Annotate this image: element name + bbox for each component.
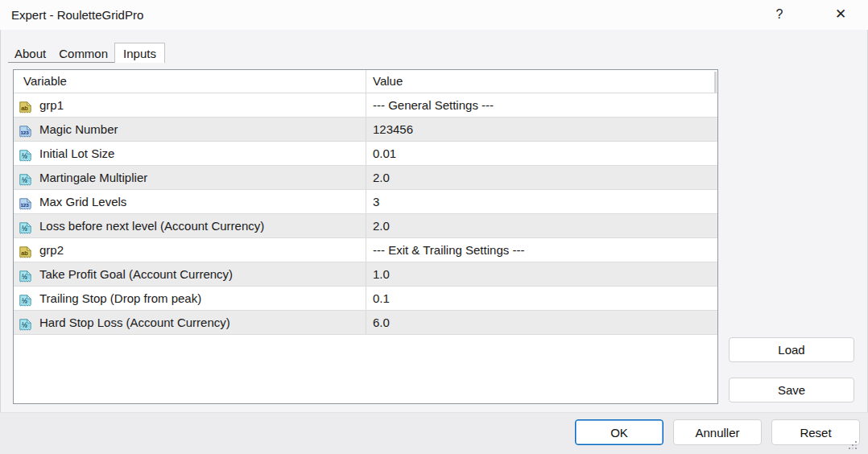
variable-cell: abgrp1 xyxy=(14,93,366,117)
save-button[interactable]: Save xyxy=(729,378,854,402)
variable-cell: ½Loss before next level (Account Currenc… xyxy=(14,214,366,237)
variable-value[interactable]: 1.0 xyxy=(366,262,717,286)
variable-value[interactable]: 0.1 xyxy=(366,287,717,310)
table-row[interactable]: 123Magic Number123456 xyxy=(14,118,717,142)
table-row[interactable]: abgrp1--- General Settings --- xyxy=(14,93,717,118)
table-scrollbar-thumb[interactable] xyxy=(714,72,717,93)
double-param-icon: ½ xyxy=(19,291,32,305)
variable-cell: abgrp2 xyxy=(14,238,366,262)
tab-bar: About Common Inputs xyxy=(8,43,165,63)
text-param-icon: ab xyxy=(19,243,32,257)
table-body: abgrp1--- General Settings ---123Magic N… xyxy=(14,93,717,335)
inputs-table: Variable Value abgrp1--- General Setting… xyxy=(13,69,718,404)
variable-name: Trailing Stop (Drop from peak) xyxy=(39,287,201,310)
integer-param-icon: 123 xyxy=(19,122,32,136)
table-row[interactable]: ½Hard Stop Loss (Account Currency)6.0 xyxy=(14,311,717,335)
variable-value[interactable]: 2.0 xyxy=(366,214,717,237)
variable-cell: 123Magic Number xyxy=(14,118,366,141)
title-bar: Expert - RouletteGridPro ? ✕ xyxy=(0,0,868,30)
variable-name: Max Grid Levels xyxy=(39,190,126,213)
double-param-icon: ½ xyxy=(19,267,32,281)
variable-cell: ½Martingale Multiplier xyxy=(14,166,366,189)
text-param-icon: ab xyxy=(19,98,32,112)
variable-name: Magic Number xyxy=(39,118,118,141)
variable-cell: ½Hard Stop Loss (Account Currency) xyxy=(14,311,366,334)
svg-text:½: ½ xyxy=(22,225,27,233)
help-button[interactable]: ? xyxy=(765,0,794,29)
variable-value[interactable]: 3 xyxy=(366,190,717,213)
window-title: Expert - RouletteGridPro xyxy=(11,0,143,30)
variable-value[interactable]: --- Exit & Trailing Settings --- xyxy=(366,238,717,262)
cancel-button[interactable]: Annuller xyxy=(673,419,762,445)
svg-text:ab: ab xyxy=(21,250,28,257)
tab-common[interactable]: Common xyxy=(52,44,114,63)
variable-cell: 123Max Grid Levels xyxy=(14,190,366,213)
variable-value[interactable]: --- General Settings --- xyxy=(366,93,717,117)
variable-cell: ½Trailing Stop (Drop from peak) xyxy=(14,287,366,310)
table-row[interactable]: ½Trailing Stop (Drop from peak)0.1 xyxy=(14,287,717,311)
resize-grip[interactable] xyxy=(855,441,857,443)
double-param-icon: ½ xyxy=(19,171,32,184)
variable-name: grp1 xyxy=(39,93,64,117)
svg-text:ab: ab xyxy=(21,105,28,112)
variable-name: grp2 xyxy=(39,238,64,262)
variable-value[interactable]: 123456 xyxy=(366,118,717,141)
svg-text:½: ½ xyxy=(22,176,27,184)
reset-button[interactable]: Reset xyxy=(771,419,860,445)
column-header-variable: Variable xyxy=(14,70,366,93)
variable-name: Initial Lot Size xyxy=(39,142,114,165)
variable-cell: ½Take Profit Goal (Account Currency) xyxy=(14,262,366,286)
variable-cell: ½Initial Lot Size xyxy=(14,142,366,165)
integer-param-icon: 123 xyxy=(19,195,32,208)
double-param-icon: ½ xyxy=(19,147,32,160)
load-button[interactable]: Load xyxy=(729,337,854,362)
variable-name: Loss before next level (Account Currency… xyxy=(39,214,264,237)
table-row[interactable]: ½Martingale Multiplier2.0 xyxy=(14,166,717,190)
table-row[interactable]: abgrp2--- Exit & Trailing Settings --- xyxy=(14,238,717,262)
svg-text:½: ½ xyxy=(22,273,27,281)
tab-about[interactable]: About xyxy=(8,44,52,63)
svg-text:123: 123 xyxy=(20,130,29,135)
svg-text:123: 123 xyxy=(20,202,29,208)
table-header: Variable Value xyxy=(14,70,717,93)
ok-button[interactable]: OK xyxy=(575,419,663,445)
svg-text:½: ½ xyxy=(22,152,27,160)
table-row[interactable]: 123Max Grid Levels3 xyxy=(14,190,717,214)
svg-text:½: ½ xyxy=(22,297,27,305)
double-param-icon: ½ xyxy=(19,316,32,329)
tab-inputs[interactable]: Inputs xyxy=(114,43,165,63)
svg-text:½: ½ xyxy=(22,321,27,329)
variable-value[interactable]: 6.0 xyxy=(366,311,717,334)
variable-value[interactable]: 0.01 xyxy=(366,142,717,165)
variable-value[interactable]: 2.0 xyxy=(366,166,717,189)
close-button[interactable]: ✕ xyxy=(826,0,855,29)
column-header-value: Value xyxy=(366,70,717,93)
table-row[interactable]: ½Initial Lot Size0.01 xyxy=(14,142,717,166)
variable-name: Take Profit Goal (Account Currency) xyxy=(39,262,233,286)
table-row[interactable]: ½Loss before next level (Account Currenc… xyxy=(14,214,717,238)
table-row[interactable]: ½Take Profit Goal (Account Currency)1.0 xyxy=(14,262,717,287)
variable-name: Martingale Multiplier xyxy=(39,166,147,189)
expert-settings-dialog: Expert - RouletteGridPro ? ✕ About Commo… xyxy=(0,0,868,454)
variable-name: Hard Stop Loss (Account Currency) xyxy=(39,311,230,334)
double-param-icon: ½ xyxy=(19,219,32,233)
